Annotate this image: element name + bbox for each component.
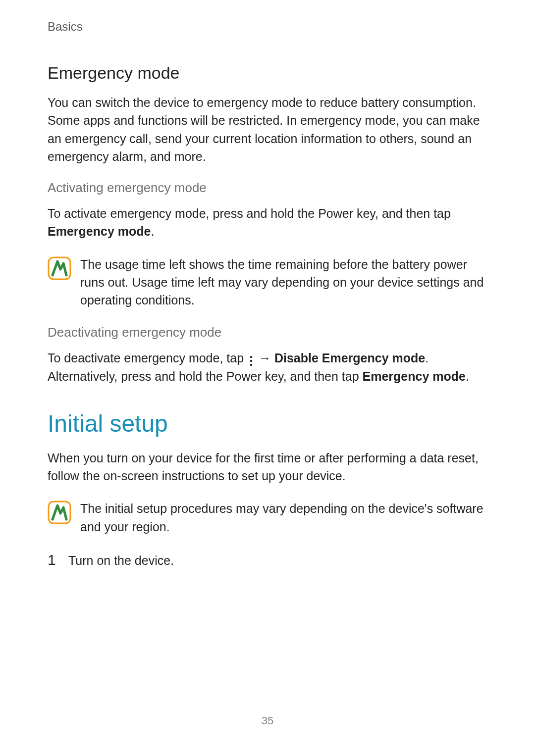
ui-label-emergency-mode: Emergency mode [48,224,151,238]
note-icon [48,256,71,280]
heading-activate: Activating emergency mode [48,180,487,196]
note-text: The initial setup procedures may vary de… [80,500,487,536]
text-segment: . [466,369,469,383]
svg-point-2 [250,359,252,361]
note-block: The initial setup procedures may vary de… [48,500,487,536]
text-segment: . [151,224,154,238]
note-icon [48,501,71,524]
text-segment: → [255,351,274,365]
page-number: 35 [0,714,535,727]
initial-setup-intro: When you turn on your device for the fir… [48,449,487,485]
step-number: 1 [48,552,59,568]
manual-page: Basics Emergency mode You can switch the… [0,0,535,756]
svg-point-3 [250,363,252,365]
step-text: Turn on the device. [68,554,174,568]
emergency-intro: You can switch the device to emergency m… [48,94,487,165]
heading-emergency-mode: Emergency mode [48,63,487,83]
chapter-label: Basics [48,20,487,34]
heading-initial-setup: Initial setup [48,410,487,437]
text-segment: To deactivate emergency mode, tap [48,351,247,365]
heading-deactivate: Deactivating emergency mode [48,325,487,340]
ui-label-disable-emergency: Disable Emergency mode [274,351,425,365]
step-row: 1 Turn on the device. [48,552,487,568]
svg-point-1 [250,355,252,357]
more-options-icon [247,353,255,364]
text-segment: To activate emergency mode, press and ho… [48,206,451,220]
note-block: The usage time left shows the time remai… [48,255,487,309]
deactivate-instructions: To deactivate emergency mode, tap → Disa… [48,349,487,385]
note-text: The usage time left shows the time remai… [80,255,487,309]
ui-label-emergency-mode: Emergency mode [363,369,466,383]
activate-instructions: To activate emergency mode, press and ho… [48,204,487,241]
